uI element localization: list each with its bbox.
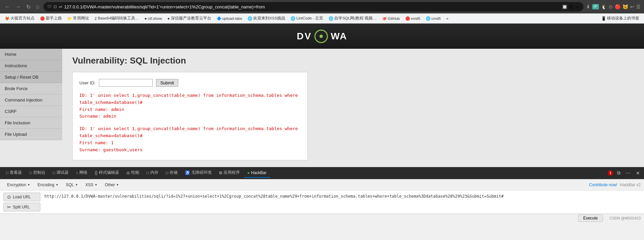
bookmark-common[interactable]: 📁 常用网址 <box>65 15 91 22</box>
dvwa-logo-text2: WA <box>331 31 347 42</box>
split-url-icon: ✂ <box>7 204 11 210</box>
bookmark-cmd5[interactable]: 🌐 cmd5 <box>424 15 443 22</box>
sidebar-item-instructions[interactable]: Instructions <box>0 60 62 72</box>
split-url-button[interactable]: ✂ Split URL <box>3 203 40 211</box>
dvwa-logo-emblem <box>314 30 328 43</box>
devtools-tab-application[interactable]: ⊞ 应用程序 <box>216 168 243 178</box>
result-surname-2: Surname: guestbook,users <box>79 147 301 154</box>
encryption-menu[interactable]: Encryption ▾ <box>3 181 33 189</box>
bookmark-more[interactable]: » <box>444 16 450 21</box>
xss-label: XSS <box>85 183 93 187</box>
result-block-2: ID: 1' union select 1,group_concat(table… <box>79 125 301 153</box>
inspector-icon: □ <box>6 170 8 175</box>
devtools-tab-network[interactable]: ↕ 网络 <box>73 168 91 178</box>
devtools-tab-memory[interactable]: □ 内存 <box>143 168 162 178</box>
sql-label: SQL <box>66 183 74 187</box>
ip-badge[interactable]: IP <box>592 4 599 9</box>
extension-icon-1[interactable]: 🐧 <box>601 4 607 9</box>
bookmark-icon: 🔲 <box>562 4 567 9</box>
hackbar-url-area: ⊙ Load URL ✂ Split URL http://127.0.0.1/… <box>0 191 644 214</box>
encoding-menu[interactable]: Encoding ▾ <box>34 181 62 189</box>
extension-icon-4[interactable]: 😺 <box>622 4 628 9</box>
performance-label: 性能 <box>131 170 139 175</box>
content-area: Vulnerability: SQL Injection User ID: Su… <box>62 49 644 167</box>
debugger-label: 调试器 <box>56 170 69 175</box>
console-icon: □ <box>29 170 32 175</box>
memory-icon: □ <box>147 170 149 175</box>
forward-button[interactable]: → <box>14 2 22 11</box>
bookmark-xss[interactable]: 🌐 欢迎来到XSS挑战 <box>245 15 287 22</box>
home-button[interactable]: ⌂ <box>35 2 41 11</box>
devtools-tab-debugger[interactable]: □ 调试器 <box>49 168 72 178</box>
execute-button[interactable]: Execute <box>578 214 603 222</box>
download-icon[interactable]: ⬇ <box>586 4 590 9</box>
xss-menu[interactable]: XSS ▾ <box>82 181 101 189</box>
bookmark-uploadlabs[interactable]: 🔷 upload-labs <box>215 15 244 22</box>
sidebar-item-file-inclusion[interactable]: File Inclusion <box>0 117 62 129</box>
devtools-tab-storage[interactable]: □ 存储 <box>162 168 181 178</box>
sidebar-item-setup[interactable]: Setup / Reset DB <box>0 72 62 83</box>
extension-icon-3[interactable]: 🔴 <box>615 4 620 9</box>
sidebar-item-command-injection[interactable]: Command Injection <box>0 94 62 106</box>
sidebar-item-brute-force[interactable]: Brute Force <box>0 83 62 94</box>
hackbar-url-input[interactable]: http://127.0.0.1/DVWA-master/vulnerabili… <box>43 193 641 209</box>
load-url-button[interactable]: ⊙ Load URL <box>3 193 40 201</box>
bookmark-lintcode[interactable]: 🌐 LintCode - 主页 <box>289 15 325 22</box>
devtools-bar: □ 查看器 □ 控制台 □ 调试器 ↕ 网络 {} 样式编辑器 ◎ 性能 □ 内… <box>0 167 644 179</box>
bookmark-mobile[interactable]: 📱 移动设备上的书签 <box>599 15 641 22</box>
devtools-tab-hackbar[interactable]: ● HackBar <box>244 168 270 178</box>
user-id-input[interactable] <box>99 79 153 87</box>
xss-dropdown-arrow: ▾ <box>95 183 97 187</box>
contribute-link[interactable]: Contribute now! HackBar v2 <box>589 183 641 187</box>
devtools-tab-accessibility[interactable]: ♿ 无障碍环境 <box>182 168 215 178</box>
bookmark-beginner[interactable]: 🔴 新手上路 <box>38 15 64 22</box>
address-bar[interactable]: 🛡 ⊡ ⇌ 127.0.0.1/DVWA-master/vulnerabilit… <box>43 2 583 11</box>
other-dropdown-arrow: ▾ <box>117 183 118 187</box>
debugger-icon: □ <box>53 170 55 175</box>
devtools-tab-inspector[interactable]: □ 查看器 <box>3 168 25 178</box>
bookmark-xmd5[interactable]: 🔴 xmd5 <box>403 15 422 22</box>
bookmark-sql[interactable]: 🌐 自学SQL网(教程 视频… <box>327 15 379 22</box>
bookmark-foxsite[interactable]: 🦊 火狐官方站点 <box>3 15 37 22</box>
undo-icon[interactable]: ↩ <box>630 4 634 9</box>
sidebar-item-home[interactable]: Home <box>0 49 62 60</box>
result-id-1: ID: 1' union select 1,group_concat(table… <box>79 92 301 106</box>
sql-form-panel: User ID: Submit ID: 1' union select 1,gr… <box>72 72 308 160</box>
accessibility-label: 无障碍环境 <box>191 170 212 175</box>
devtools-resize-icon[interactable]: ⧉ <box>616 169 622 176</box>
other-menu[interactable]: Other ▾ <box>101 181 122 189</box>
hackbar-tab-label: HackBar <box>251 170 267 175</box>
bookmark-base64[interactable]: Z Base64编码转换工具… <box>92 15 141 22</box>
other-label: Other <box>105 183 115 187</box>
application-icon: ⊞ <box>219 170 222 175</box>
sidebar: Home Instructions Setup / Reset DB Brute… <box>0 49 62 167</box>
inspector-label: 查看器 <box>10 170 22 175</box>
sidebar-item-file-upload[interactable]: File Upload <box>0 129 62 140</box>
devtools-close-icon[interactable]: ✕ <box>635 170 641 176</box>
hackbar-toolbar: Encryption ▾ Encoding ▾ SQL ▾ XSS ▾ Othe… <box>0 179 644 191</box>
sql-menu[interactable]: SQL ▾ <box>62 181 81 189</box>
bookmark-shensino[interactable]: ● 深信服产业教育云平台 <box>165 15 213 22</box>
devtools-tab-style[interactable]: {} 样式编辑器 <box>91 168 122 178</box>
result-id-2: ID: 1' union select 1,group_concat(table… <box>79 125 301 139</box>
bookmark-ctf[interactable]: ● ctf.show <box>143 16 164 21</box>
reload-button[interactable]: ↻ <box>25 2 32 11</box>
menu-icon[interactable]: ☰ <box>636 4 641 9</box>
dvwa-main: Home Instructions Setup / Reset DB Brute… <box>0 49 644 167</box>
form-row: User ID: Submit <box>79 79 301 87</box>
memory-label: 内存 <box>150 170 158 175</box>
dvwa-header: DV WA <box>0 24 644 49</box>
performance-icon: ◎ <box>126 170 130 175</box>
sidebar-item-csrf[interactable]: CSRF <box>0 106 62 117</box>
page-title: Vulnerability: SQL Injection <box>72 55 634 66</box>
submit-button[interactable]: Submit <box>156 79 178 87</box>
devtools-more-icon[interactable]: ⋯ <box>624 170 632 176</box>
extension-icon-2[interactable]: ⊙ <box>609 4 613 9</box>
back-button[interactable]: ← <box>3 2 11 11</box>
bookmark-github[interactable]: 🐙 GitHub <box>380 15 402 22</box>
devtools-tab-console[interactable]: □ 控制台 <box>26 168 48 178</box>
result-surname-1: Surname: admin <box>79 113 301 120</box>
bookmarks-bar: 🦊 火狐官方站点 🔴 新手上路 📁 常用网址 Z Base64编码转换工具… ●… <box>0 13 644 24</box>
devtools-tab-performance[interactable]: ◎ 性能 <box>123 168 143 178</box>
encryption-label: Encryption <box>7 183 26 187</box>
